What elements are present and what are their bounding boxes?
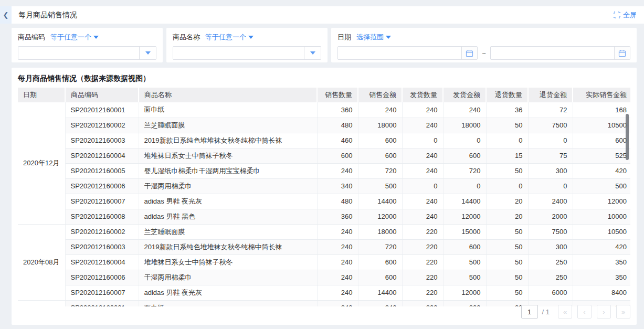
pagination: / 1 « ‹ › » [521, 305, 630, 319]
first-page-button[interactable]: « [558, 305, 572, 319]
table-body: 2020年12月SP202012160001面巾纸360240240240367… [18, 102, 630, 306]
fullscreen-label: 全屏 [623, 10, 637, 20]
table-row: 2020年12月SP202012160001面巾纸360240240240367… [18, 102, 630, 118]
table-container: 日期 商品编码 商品名称 销售数量 销售金额 发货数量 发货金额 退货数量 退货… [18, 88, 630, 306]
value-cell: 36 [486, 102, 528, 118]
product-code-cell: SP202012160002 [65, 224, 139, 239]
value-cell: 600 [443, 148, 486, 163]
col-header-product-code: 商品编码 [65, 88, 139, 102]
col-header-ship-amount: 发货金额 [443, 88, 486, 102]
product-code-cell: SP202012160003 [65, 133, 139, 148]
value-cell: 20 [486, 194, 528, 209]
value-cell: 220 [402, 285, 443, 300]
chevron-right-icon: › [603, 308, 605, 316]
value-cell: 480 [317, 194, 358, 209]
value-cell: 240 [402, 194, 443, 209]
col-header-return-qty: 退货数量 [486, 88, 528, 102]
value-cell: 12000 [358, 209, 402, 224]
table-row: SP202012160008adidas 男鞋 黑色36012000240120… [18, 209, 630, 224]
col-header-sales-amount: 销售金额 [358, 88, 402, 102]
value-cell: 18000 [443, 118, 486, 133]
product-name-cell: 堆堆袜日系女士中筒袜子秋冬 [139, 254, 317, 270]
date-label: 日期 [337, 33, 351, 42]
product-code-cell: SP202012160007 [65, 194, 139, 209]
product-code-operator[interactable]: 等于任意一个 [50, 33, 99, 42]
value-cell: 50 [486, 270, 528, 285]
date-operator[interactable]: 选择范围 [356, 33, 391, 42]
product-name-cell: 2019新款日系纯色堆堆袜女秋冬纯棉中筒长袜 [139, 133, 317, 148]
product-code-label: 商品编码 [18, 33, 45, 42]
double-chevron-right-icon: » [621, 308, 625, 316]
table-row: SP202012160004堆堆袜日系女士中筒袜子秋冬2406002205005… [18, 254, 630, 270]
value-cell: 220 [402, 224, 443, 239]
page-number-input[interactable] [521, 305, 538, 319]
value-cell: 50 [486, 163, 528, 178]
value-cell: 200 [402, 300, 443, 306]
value-cell: 2000 [528, 209, 573, 224]
value-cell: 240 [402, 163, 443, 178]
filter-row: 商品编码 等于任意一个 商品名称 等于任意一个 [0, 24, 644, 62]
filter-product-code: 商品编码 等于任意一个 [12, 28, 163, 62]
back-button[interactable]: ❮ [0, 6, 12, 24]
value-cell: 7500 [528, 118, 573, 133]
product-name-cell: 面巾纸 [139, 300, 317, 306]
chevron-down-icon [386, 36, 391, 39]
product-code-cell: SP202012160002 [65, 118, 139, 133]
value-cell: 720 [358, 163, 402, 178]
value-cell: 240 [402, 209, 443, 224]
table-row: SP202012160006干湿两用棉柔巾3405000000500 [18, 178, 630, 194]
date-group-cell [18, 300, 65, 306]
product-code-cell: SP202012160007 [65, 285, 139, 300]
value-cell: 240 [317, 224, 358, 239]
value-cell: 8400 [573, 285, 630, 300]
range-separator: ~ [482, 49, 486, 57]
value-cell: 0 [443, 178, 486, 194]
product-name-cell: 干湿两用棉柔巾 [139, 270, 317, 285]
value-cell: 75 [528, 148, 573, 163]
product-code-cell: SP202012160001 [65, 102, 139, 118]
value-cell: 420 [573, 163, 630, 178]
value-cell: 420 [573, 239, 630, 254]
value-cell: 240 [317, 270, 358, 285]
prev-page-button[interactable]: ‹ [577, 305, 592, 319]
product-code-select[interactable] [18, 46, 156, 60]
table-row: SP202012160005婴儿湿纸巾棉柔巾干湿两用宝宝棉柔巾240720240… [18, 163, 630, 178]
value-cell: 15 [486, 148, 528, 163]
value-cell: 0 [443, 133, 486, 148]
col-header-ship-qty: 发货数量 [402, 88, 443, 102]
table-row: SP202012160004堆堆袜日系女士中筒袜子秋冬6006002406001… [18, 148, 630, 163]
last-page-button[interactable]: » [616, 305, 630, 319]
value-cell: 7500 [528, 224, 573, 239]
top-bar: ❮ 每月商品销售情况 全屏 [0, 6, 644, 24]
value-cell: 50 [486, 118, 528, 133]
product-name-operator[interactable]: 等于任意一个 [205, 33, 254, 42]
value-cell: 240 [443, 102, 486, 118]
date-from-input[interactable] [337, 46, 478, 60]
calendar-icon-box [461, 47, 477, 59]
date-to-input[interactable] [490, 46, 630, 60]
value-cell: 0 [402, 178, 443, 194]
fullscreen-button[interactable]: 全屏 [614, 6, 637, 24]
next-page-button[interactable]: › [597, 305, 611, 319]
sales-table: 日期 商品编码 商品名称 销售数量 销售金额 发货数量 发货金额 退货数量 退货… [18, 88, 630, 306]
chevron-left-icon: ‹ [583, 308, 585, 316]
value-cell: 0 [528, 178, 573, 194]
value-cell: 360 [317, 209, 358, 224]
page-total-label: / 1 [542, 308, 550, 316]
vertical-scrollbar[interactable] [626, 114, 629, 160]
chevron-down-icon [248, 36, 254, 39]
value-cell: 0 [528, 133, 573, 148]
value-cell: 220 [402, 239, 443, 254]
value-cell: 15000 [443, 224, 486, 239]
value-cell: 300 [528, 239, 573, 254]
value-cell: 220 [402, 270, 443, 285]
select-caret-box [139, 47, 156, 59]
value-cell: 240 [317, 285, 358, 300]
value-cell: 240 [358, 300, 402, 306]
select-caret-box [304, 47, 321, 59]
col-header-sales-qty: 销售数量 [317, 88, 358, 102]
value-cell: 340 [317, 178, 358, 194]
fullscreen-icon [614, 12, 620, 18]
product-name-select[interactable] [173, 46, 321, 60]
value-cell: 10500 [573, 224, 630, 239]
